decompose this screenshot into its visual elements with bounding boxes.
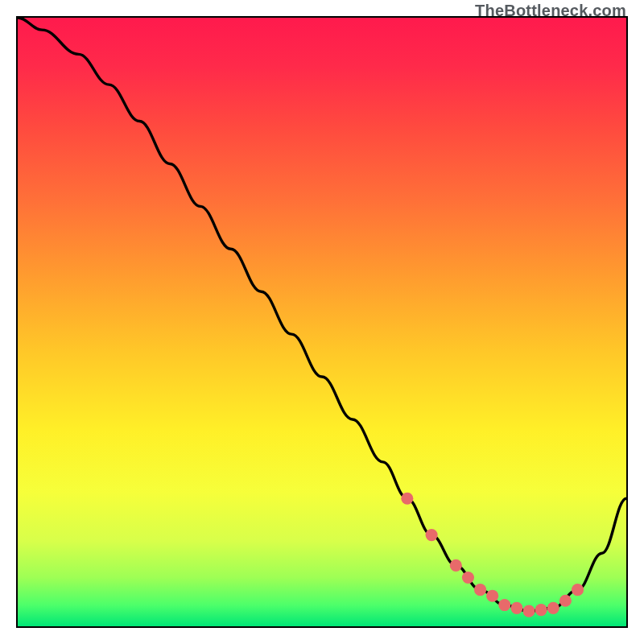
highlight-dots	[401, 493, 584, 617]
curve-layer	[18, 18, 626, 626]
highlight-dot	[474, 584, 486, 596]
highlight-dot	[401, 493, 413, 505]
bottleneck-curve	[18, 18, 626, 611]
highlight-dot	[486, 590, 498, 602]
highlight-dot	[535, 604, 547, 616]
highlight-dot	[559, 595, 572, 607]
highlight-dot	[572, 584, 584, 596]
highlight-dot	[450, 559, 462, 572]
chart-frame: TheBottleneck.com	[0, 0, 644, 644]
highlight-dot	[426, 529, 438, 541]
highlight-dot	[510, 602, 522, 614]
highlight-dot	[462, 572, 474, 584]
highlight-dot	[498, 599, 510, 611]
highlight-dot	[522, 605, 535, 617]
highlight-dot	[547, 602, 559, 614]
plot-area	[16, 16, 628, 628]
